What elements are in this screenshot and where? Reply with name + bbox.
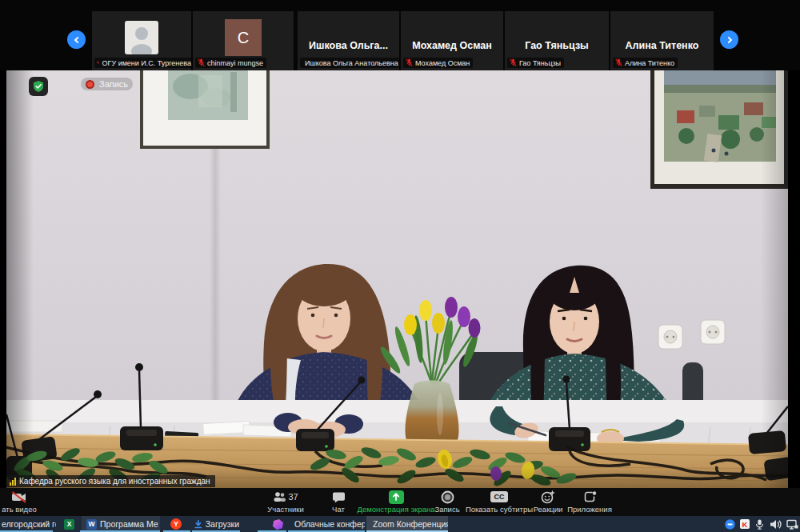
shield-check-icon bbox=[32, 80, 45, 93]
wall-outlet bbox=[658, 325, 682, 349]
avatar-initial: C bbox=[225, 19, 262, 56]
tray-microphone-icon[interactable] bbox=[754, 518, 765, 530]
mic-muted-icon bbox=[615, 58, 622, 67]
browser-window-title: елгородский гос... bbox=[2, 519, 56, 529]
next-participants-button[interactable] bbox=[720, 30, 738, 49]
participant-tile[interactable]: Мохамед Осман Мохамед Осман bbox=[401, 11, 503, 70]
mic-muted-icon bbox=[510, 58, 517, 67]
participant-tile[interactable]: Гао Тяньцзы Гао Тяньцзы bbox=[505, 11, 609, 70]
participant-name-badge: chinmayi mungse bbox=[195, 58, 266, 68]
participant-name-badge: Ишкова Ольга Анатольевна ... bbox=[300, 58, 400, 68]
recording-label: Запись bbox=[99, 79, 128, 89]
vignette bbox=[6, 70, 34, 488]
captions-icon: CC bbox=[490, 491, 508, 502]
wall-outlet bbox=[701, 320, 725, 344]
apps-button[interactable]: Приложения bbox=[563, 490, 616, 514]
speaker-name: Кафедра русского языка для иностранных г… bbox=[19, 477, 210, 486]
speaker-name-badge: Кафедра русского языка для иностранных г… bbox=[6, 475, 215, 487]
record-icon bbox=[441, 490, 454, 504]
share-screen-icon bbox=[389, 490, 404, 504]
reactions-icon bbox=[541, 490, 555, 504]
status-dnd-icon[interactable] bbox=[725, 519, 735, 530]
apps-label: Приложения bbox=[567, 505, 612, 514]
excel-icon: X bbox=[64, 519, 74, 530]
share-screen-button[interactable]: Демонстрация экрана bbox=[358, 490, 434, 514]
video-scene bbox=[6, 70, 788, 488]
chat-button[interactable]: Чат bbox=[322, 490, 355, 514]
security-badge[interactable] bbox=[29, 77, 48, 96]
system-tray: K bbox=[725, 516, 798, 532]
downloads-label: Загрузки bbox=[206, 519, 239, 529]
reactions-label: Реакции bbox=[534, 505, 563, 514]
avatar-letter: C bbox=[238, 29, 249, 47]
taskbar-excel[interactable]: X bbox=[64, 516, 74, 532]
mic-muted-icon bbox=[198, 58, 205, 67]
start-video-button[interactable]: ать видео bbox=[0, 490, 38, 514]
word-icon: W bbox=[86, 519, 97, 530]
tray-volume-icon[interactable] bbox=[770, 519, 782, 530]
zoom-toolbar: ать видео 37 Участники Чат bbox=[0, 488, 800, 516]
participant-display-name: Мохамед Осман bbox=[401, 40, 503, 51]
framed-picture-left bbox=[140, 70, 270, 149]
vignette bbox=[761, 70, 788, 488]
chat-label: Чат bbox=[332, 505, 345, 514]
participant-name-badge: ОГУ имени И.С. Тургенева bbox=[94, 58, 194, 68]
participant-tile[interactable]: C chinmayi mungse bbox=[193, 11, 294, 70]
mic-muted-icon bbox=[406, 58, 413, 67]
person-placeholder-icon bbox=[125, 21, 158, 54]
participant-tile[interactable]: ОГУ имени И.С. Тургенева bbox=[92, 11, 191, 70]
kaspersky-icon[interactable]: K bbox=[740, 519, 750, 529]
avatar bbox=[125, 21, 158, 54]
audio-level-icon bbox=[10, 478, 16, 486]
recording-dot-icon bbox=[86, 80, 94, 89]
main-video: Запись Кафедра русского языка для иностр… bbox=[6, 70, 788, 488]
recording-indicator: Запись bbox=[81, 78, 133, 90]
participant-display-name: Ишкова Ольга... bbox=[298, 40, 399, 51]
windows-taskbar: елгородский гос... X W Программа Межд...… bbox=[0, 516, 800, 532]
participant-display-name: Алина Титенко bbox=[610, 40, 714, 51]
participants-strip: ОГУ имени И.С. Тургенева C chinmayi mung… bbox=[0, 0, 800, 70]
participant-name: Алина Титенко bbox=[625, 59, 674, 67]
participants-label: Участники bbox=[267, 505, 303, 514]
participant-name-badge: Алина Титенко bbox=[613, 58, 678, 68]
participants-button[interactable]: 37 Участники bbox=[261, 490, 310, 514]
participant-name: Мохамед Осман bbox=[415, 59, 470, 67]
previous-participants-button[interactable] bbox=[67, 30, 86, 49]
participant-name-badge: Гао Тяньцзы bbox=[507, 58, 564, 68]
participant-tile[interactable]: Алина Титенко Алина Титенко bbox=[610, 11, 714, 70]
chevron-left-icon bbox=[73, 36, 81, 44]
participant-tile[interactable]: Ишкова Ольга... Ишкова Ольга Анатольевна… bbox=[298, 11, 399, 70]
participants-count: 37 bbox=[288, 492, 298, 502]
yandex-browser-icon: Y bbox=[170, 518, 182, 530]
participant-name-badge: Мохамед Осман bbox=[403, 58, 473, 68]
participants-icon bbox=[273, 491, 286, 502]
screen: ОГУ имени И.С. Тургенева C chinmayi mung… bbox=[0, 0, 800, 532]
start-video-label: ать видео bbox=[2, 505, 36, 514]
mic-muted-icon bbox=[97, 58, 100, 67]
zoom-cloud-window-title: Облачные конфер... bbox=[294, 519, 365, 529]
word-document-title: Программа Межд... bbox=[100, 519, 158, 529]
participant-name: ОГУ имени И.С. Тургенева bbox=[102, 59, 191, 67]
participant-name: Ишкова Ольга Анатольевна ... bbox=[305, 59, 400, 67]
chat-icon bbox=[332, 491, 346, 503]
apps-icon bbox=[583, 490, 597, 504]
zoom-meeting-window-title: Zoom Конференция bbox=[373, 519, 448, 529]
chevron-right-icon bbox=[726, 36, 734, 44]
share-screen-label: Демонстрация экрана bbox=[357, 505, 434, 514]
record-label: Запись bbox=[434, 505, 459, 514]
participant-name: Гао Тяньцзы bbox=[519, 59, 561, 67]
captions-label: Показать субтитры bbox=[466, 505, 533, 514]
participant-display-name: Гао Тяньцзы bbox=[505, 40, 609, 51]
participant-name: chinmayi mungse bbox=[207, 59, 263, 67]
captions-button[interactable]: CC Показать субтитры bbox=[462, 490, 536, 514]
paint3d-icon bbox=[272, 518, 284, 530]
tray-network-icon[interactable] bbox=[786, 519, 798, 530]
camera-off-icon bbox=[11, 491, 27, 503]
downloads-icon bbox=[194, 519, 202, 530]
